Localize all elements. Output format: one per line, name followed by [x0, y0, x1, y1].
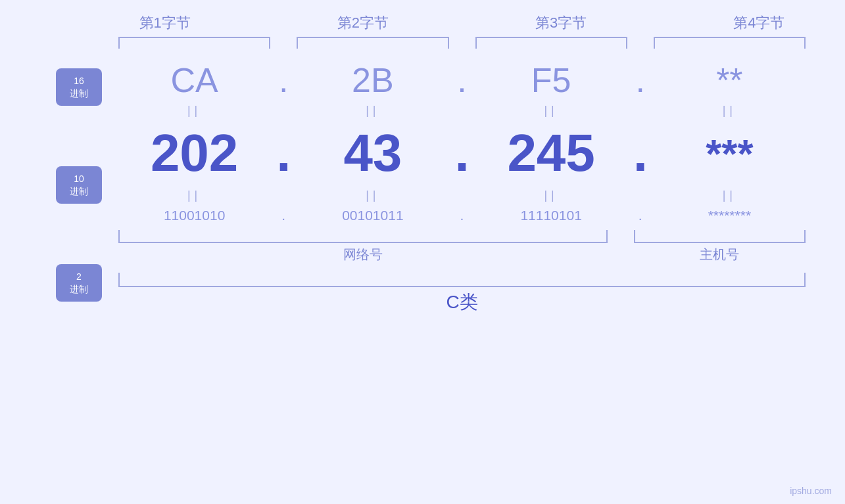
dec-val-1: 202 [151, 124, 238, 182]
eq2-4: || [654, 189, 806, 202]
dec-label-badge: 10 进制 [56, 166, 102, 203]
network-bracket [118, 230, 608, 243]
eq-4: || [654, 104, 806, 118]
bin-sep-1: . [270, 208, 297, 223]
hex-label-badge: 16 进制 [56, 68, 102, 105]
host-bracket [634, 230, 806, 243]
bin-val-3: 11110101 [520, 208, 581, 223]
dec-sep-1: . [270, 123, 297, 183]
top-bracket-1 [118, 37, 270, 49]
hex-row: CA . 2B . F5 . ** [118, 49, 806, 103]
hex-val-2: 2B [352, 61, 394, 99]
dec-val-4: *** [706, 131, 753, 176]
hex-sep-1: . [270, 60, 297, 100]
col-header-2: 第2字节 [277, 13, 448, 37]
network-label: 网络号 [118, 246, 608, 263]
watermark: ipshu.com [790, 486, 832, 496]
eq-2: || [297, 104, 448, 118]
top-bracket-3 [475, 37, 627, 49]
eq-1: || [118, 104, 270, 118]
eq2-2: || [297, 189, 448, 202]
right-data: CA . 2B . F5 . ** || || [118, 49, 806, 315]
equals-row-2: || || || || [118, 187, 806, 204]
hex-val-3: F5 [531, 61, 571, 99]
host-bracket-area: 主机号 [634, 230, 806, 263]
eq-3: || [475, 104, 627, 118]
eq2-1: || [118, 189, 270, 202]
host-label: 主机号 [634, 246, 806, 263]
class-label: C类 [118, 290, 806, 315]
col-header-4: 第4字节 [673, 13, 845, 37]
left-labels: 16 进制 10 进制 2 进制 [39, 49, 118, 315]
eq2-3: || [475, 189, 627, 202]
dec-val-3: 245 [507, 124, 594, 182]
hex-val-1: CA [171, 61, 218, 99]
network-bracket-area: 网络号 [118, 230, 634, 263]
hex-sep-2: . [449, 60, 475, 100]
class-bracket [118, 273, 806, 287]
bin-val-2: 00101011 [342, 208, 403, 223]
dec-val-2: 43 [343, 124, 402, 182]
col-header-1: 第1字节 [79, 13, 251, 37]
bin-val-4: ******** [708, 208, 751, 223]
bin-sep-3: . [627, 208, 654, 223]
dec-sep-2: . [449, 123, 475, 183]
rows-wrapper: 16 进制 10 进制 2 进制 CA . 2B [39, 49, 806, 315]
dec-sep-3: . [627, 123, 654, 183]
bin-label-badge: 2 进制 [56, 264, 102, 301]
binary-row: 11001010 . 00101011 . 11110101 . *******… [118, 204, 806, 230]
decimal-row: 202 . 43 . 245 . *** [118, 119, 806, 187]
col-header-3: 第3字节 [475, 13, 647, 37]
hex-sep-3: . [627, 60, 654, 100]
bin-sep-2: . [449, 208, 475, 223]
main-container: 第1字节 第2字节 第3字节 第4字节 16 进制 10 进制 [0, 0, 845, 504]
bottom-brackets-row: 网络号 主机号 [118, 230, 806, 263]
top-bracket-2 [297, 37, 448, 49]
class-bracket-area: C类 [118, 273, 806, 315]
equals-row-1: || || || || [118, 103, 806, 119]
bin-val-1: 11001010 [164, 208, 225, 223]
top-bracket-4 [654, 37, 806, 49]
hex-val-4: ** [716, 61, 742, 99]
